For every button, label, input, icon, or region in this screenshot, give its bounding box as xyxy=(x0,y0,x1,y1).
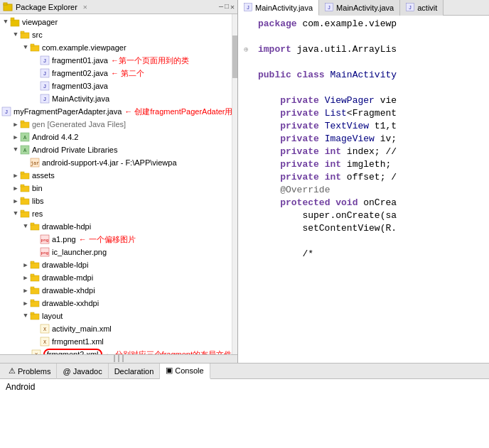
code-line xyxy=(244,82,483,95)
tree-expand-btn[interactable]: ▼ xyxy=(11,210,20,217)
tree-item-androidprivate[interactable]: ▼AAndroid Private Libraries xyxy=(0,143,232,156)
maximize-button[interactable]: □ xyxy=(225,3,229,11)
tree-item-bin[interactable]: ▶bin xyxy=(0,182,232,195)
code-line xyxy=(244,31,483,44)
tree-item-res[interactable]: ▼res xyxy=(0,207,232,220)
tree-icon-java: J xyxy=(40,94,50,104)
tree-expand-btn[interactable]: ▼ xyxy=(21,312,30,319)
tree-label: libs xyxy=(32,197,44,205)
code-content: @Override xyxy=(258,185,483,195)
annotation-arrow-fragment02: ← 第二个 xyxy=(111,68,144,79)
tree-item-com.example.viewpager[interactable]: ▼com.example.viewpager xyxy=(0,41,232,54)
editor-tab-mainactivity2[interactable]: JMainActivity.java xyxy=(319,0,400,16)
tree-item-android442[interactable]: ▶AAndroid 4.4.2 xyxy=(0,131,232,143)
file-tree: ▼viewpager▼src▼com.example.viewpager Jfr… xyxy=(0,14,232,354)
tree-label: Android 4.4.2 xyxy=(32,133,78,141)
tab-java-icon: J xyxy=(406,3,414,13)
scrollbar-track[interactable] xyxy=(232,14,237,354)
code-content: /* xyxy=(258,248,483,259)
tab-label: activit xyxy=(417,4,437,12)
code-line: private ImageView iv; xyxy=(244,133,483,146)
tree-item-drawable-xhdpi[interactable]: ▶drawable-xhdpi xyxy=(0,284,232,297)
tree-item-layout[interactable]: ▼layout xyxy=(0,310,232,322)
tree-icon-java: J xyxy=(1,106,11,116)
tree-expand-btn[interactable]: ▶ xyxy=(21,287,30,295)
code-content: private ImageView iv; xyxy=(258,133,483,144)
tree-expand-btn[interactable]: ▼ xyxy=(1,18,10,26)
tree-item-libs[interactable]: ▶libs xyxy=(0,195,232,207)
tree-expand-btn[interactable]: ▼ xyxy=(11,31,20,38)
code-line: protected void onCrea xyxy=(244,197,483,210)
tree-item-drawable-mdpi[interactable]: ▶drawable-mdpi xyxy=(0,271,232,284)
tree-item-ic_launcher[interactable]: pngic_launcher.png xyxy=(0,246,232,258)
tree-expand-btn[interactable]: ▼ xyxy=(21,44,30,51)
code-content: public class MainActivity xyxy=(258,70,483,80)
bottom-tab-declaration[interactable]: Declaration xyxy=(109,364,161,379)
tree-item-frmgment1[interactable]: Xfrmgment1.xml xyxy=(0,335,232,348)
tree-item-a1png[interactable]: pnga1.png← 一个偏移图片 xyxy=(0,233,232,246)
svg-text:jar: jar xyxy=(31,160,40,166)
tree-item-assets[interactable]: ▶assets xyxy=(0,169,232,182)
tree-label: drawable-xxhdpi xyxy=(42,299,99,307)
tree-icon-xml: X xyxy=(40,337,50,346)
tree-item-myfragment[interactable]: JmyFragmentPagerAdapter.java← 创建fragment… xyxy=(0,105,232,118)
tree-expand-btn[interactable]: ▶ xyxy=(21,274,30,282)
tree-item-drawable-xxhdpi[interactable]: ▶drawable-xxhdpi xyxy=(0,297,232,310)
tree-item-fragment02[interactable]: Jfragment02.java← 第二个 xyxy=(0,67,232,80)
svg-rect-43 xyxy=(31,274,34,276)
tab-label: MainActivity.java xyxy=(255,4,313,12)
annotation-arrow-a1png: ← 一个偏移图片 xyxy=(79,234,136,245)
code-area: package com.example.viewp⊕import java.ut… xyxy=(238,16,489,363)
tree-expand-btn[interactable]: ▶ xyxy=(11,185,20,192)
tree-item-fragment01[interactable]: Jfragment01.java←第一个页面用到的类 xyxy=(0,54,232,67)
editor-tabs: JMainActivity.javaJMainActivity.javaJact… xyxy=(238,0,489,16)
close-button[interactable]: ✕ xyxy=(230,3,235,11)
tree-item-gen[interactable]: ▶gen [Generated Java Files] xyxy=(0,118,232,131)
tree-expand-btn[interactable]: ▶ xyxy=(21,261,30,269)
svg-text:J: J xyxy=(328,5,331,10)
package-explorer-icon xyxy=(3,2,13,12)
tree-item-supportjar[interactable]: jarandroid-support-v4.jar - F:\APP\viewp… xyxy=(0,156,232,169)
code-content: setContentView(R. xyxy=(258,223,483,234)
tree-item-drawable-ldpi[interactable]: ▶drawable-ldpi xyxy=(0,258,232,271)
tree-item-src[interactable]: ▼src xyxy=(0,28,232,41)
tree-item-viewpager[interactable]: ▼viewpager xyxy=(0,16,232,28)
tree-item-drawable-hdpi[interactable]: ▼drawable-hdpi xyxy=(0,220,232,233)
tree-expand-btn[interactable]: ▼ xyxy=(11,146,20,153)
tree-label: bin xyxy=(32,184,43,192)
tab-label: MainActivity.java xyxy=(336,4,394,12)
editor-tab-activity[interactable]: Jactivit xyxy=(400,0,444,16)
tree-item-activity_main[interactable]: Xactivity_main.xml xyxy=(0,322,232,335)
tree-expand-btn[interactable]: ▶ xyxy=(11,121,20,129)
scrollbar-thumb[interactable] xyxy=(232,35,237,78)
code-line xyxy=(244,57,483,70)
tree-expand-btn[interactable]: ▶ xyxy=(21,300,30,307)
tree-icon-android: A xyxy=(20,132,30,142)
annotation-arrow-myfragment: ← 创建fragmentPagerAdater用得类 xyxy=(124,106,232,117)
tree-item-frmgment2[interactable]: Xfrmgment2.xml← 分别对应三个fragment的布局文件 xyxy=(0,348,232,354)
tree-expand-btn[interactable]: ▶ xyxy=(11,172,20,180)
svg-text:J: J xyxy=(43,96,47,102)
svg-rect-5 xyxy=(21,31,24,33)
code-content: protected void onCrea xyxy=(258,197,483,208)
tree-item-fragment03[interactable]: Jfragment03.java xyxy=(0,80,232,92)
bottom-tab-javadoc[interactable]: @ Javadoc xyxy=(57,364,108,379)
bottom-tab-console[interactable]: ▣Console xyxy=(160,364,210,379)
tree-expand-btn[interactable]: ▶ xyxy=(11,133,20,141)
tree-expand-btn[interactable]: ▶ xyxy=(11,197,20,205)
tree-icon-java: J xyxy=(40,81,50,91)
tree-item-mainactivity[interactable]: JMainActivity.java xyxy=(0,92,232,105)
minimize-button[interactable]: — xyxy=(219,3,223,11)
tree-expand-btn[interactable]: ▼ xyxy=(21,223,30,230)
panel-footer: ||| xyxy=(0,354,237,363)
editor-tab-mainactivity1[interactable]: JMainActivity.java xyxy=(238,0,319,16)
tree-icon-folder xyxy=(30,298,40,308)
svg-text:J: J xyxy=(43,83,47,89)
tree-icon-project xyxy=(10,17,20,27)
code-line: super.onCreate(sa xyxy=(244,210,483,223)
code-line: public class MainActivity xyxy=(244,70,483,82)
bottom-tab-label-javadoc: @ Javadoc xyxy=(63,367,102,376)
tree-label: drawable-mdpi xyxy=(42,273,93,282)
tree-label: drawable-xhdpi xyxy=(42,286,95,295)
bottom-tab-problems[interactable]: ⚠Problems xyxy=(3,364,57,379)
